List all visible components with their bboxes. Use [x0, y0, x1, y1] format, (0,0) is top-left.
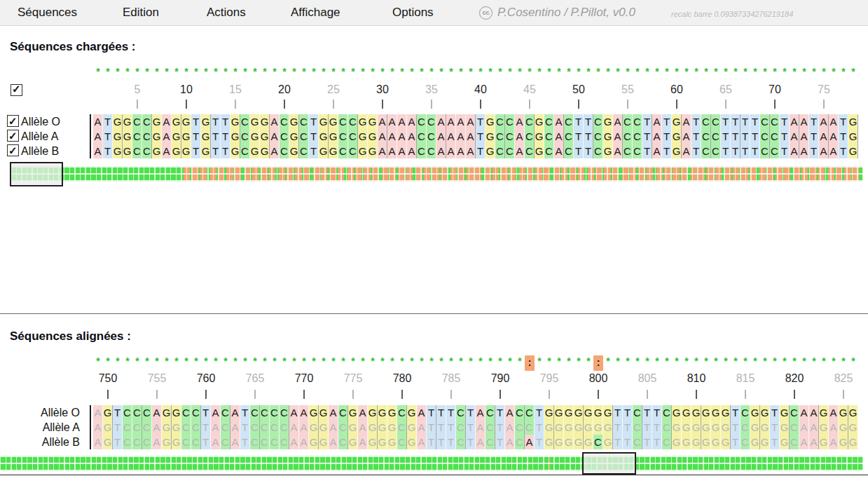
nucleotide-cell: T — [809, 129, 819, 144]
nucleotide-cell: C — [740, 405, 750, 420]
sequence-row: ATGGCCGAGGTGTTGCGGACGCTGGCCGGAAAACCAAAAT… — [93, 129, 858, 144]
nucleotide-cell: C — [760, 144, 770, 158]
nucleotide-cell: C — [397, 435, 407, 449]
nucleotide-cell: T — [240, 420, 250, 435]
nucleotide-cell: G — [181, 114, 191, 129]
identity-asterisk: * — [750, 355, 760, 371]
identity-asterisk: * — [652, 66, 662, 77]
nucleotide-cell: A — [505, 435, 515, 449]
identity-asterisk: * — [309, 355, 319, 371]
identity-asterisk: * — [721, 355, 731, 371]
identity-asterisk: * — [476, 66, 485, 77]
nucleotide-cell: A — [378, 114, 387, 129]
nucleotide-cell: G — [564, 420, 574, 435]
nucleotide-cell: G — [123, 129, 132, 144]
nucleotide-cell: C — [633, 435, 642, 449]
nucleotide-cell: G — [848, 405, 858, 420]
nucleotide-cell: C — [701, 144, 711, 158]
nucleotide-cell: G — [672, 114, 682, 129]
nucleotide-cell: C — [790, 405, 799, 420]
nucleotide-cell: G — [672, 435, 682, 449]
nucleotide-cell: A — [476, 420, 485, 435]
nucleotide-cell: T — [839, 114, 848, 129]
sequence-checkbox[interactable] — [7, 144, 19, 156]
ruler-number: 40 — [474, 83, 487, 96]
menu-edition[interactable]: Edition — [123, 0, 159, 25]
nucleotide-cell: T — [584, 129, 593, 144]
nucleotide-cell: G — [201, 114, 211, 129]
ruler-tick — [549, 390, 550, 399]
nucleotide-cell: C — [662, 420, 672, 435]
nucleotide-cell: T — [731, 405, 740, 420]
ruler-number: 810 — [687, 372, 706, 385]
nucleotide-cell: G — [319, 114, 329, 129]
nucleotide-cell: A — [387, 114, 397, 129]
nucleotide-cell: C — [623, 114, 633, 129]
nucleotide-cell: T — [750, 129, 760, 144]
ruler-number: 760 — [197, 372, 216, 385]
nucleotide-cell: G — [319, 129, 329, 144]
label-sequence-divider — [90, 114, 91, 158]
nucleotide-cell: T — [740, 144, 750, 158]
identity-asterisk: * — [574, 66, 584, 77]
nucleotide-cell: T — [731, 144, 740, 158]
nucleotide-cell: T — [466, 435, 476, 449]
overview-bar-loaded[interactable] — [11, 166, 863, 182]
nucleotide-cell: T — [113, 420, 123, 435]
nucleotide-cell: A — [329, 405, 338, 420]
nucleotide-cell: C — [505, 144, 515, 158]
nucleotide-cell: T — [691, 129, 701, 144]
nucleotide-cell: A — [476, 435, 485, 449]
nucleotide-cell: C — [662, 435, 672, 449]
nucleotide-cell: G — [819, 435, 829, 449]
nucleotide-cell: G — [368, 144, 378, 158]
identity-asterisk: * — [731, 355, 740, 371]
menu-sequences[interactable]: Séquences — [18, 0, 77, 25]
identity-asterisk: * — [427, 66, 436, 77]
master-checkbox[interactable] — [11, 84, 22, 96]
ruler-tick — [205, 390, 207, 399]
selection-box-loaded[interactable] — [10, 162, 63, 186]
nucleotide-cell: G — [574, 405, 584, 420]
sequence-checkbox[interactable] — [7, 115, 19, 127]
nucleotide-cell: C — [280, 114, 289, 129]
nucleotide-cell: T — [662, 144, 672, 158]
nucleotide-cell: T — [731, 114, 740, 129]
nucleotide-cell: T — [309, 114, 319, 129]
nucleotide-cell: G — [760, 435, 770, 449]
sequence-alignment-app: Séquences Edition Actions Affichage Opti… — [0, 0, 868, 483]
nucleotide-cell: T — [221, 144, 230, 158]
nucleotide-cell: A — [397, 114, 407, 129]
nucleotide-cell: T — [740, 114, 750, 129]
menu-affichage[interactable]: Affichage — [291, 0, 340, 25]
identity-asterisk: * — [495, 66, 505, 77]
menu-actions[interactable]: Actions — [207, 0, 246, 25]
nucleotide-cell: G — [407, 405, 417, 420]
nucleotide-cell: C — [260, 435, 270, 449]
identity-asterisk: * — [397, 355, 407, 371]
nucleotide-cell: C — [280, 435, 289, 449]
nucleotide-cell: T — [446, 435, 456, 449]
nucleotide-cell: A — [93, 144, 103, 158]
identity-asterisk: * — [839, 355, 848, 371]
menu-options[interactable]: Options — [392, 0, 434, 25]
nucleotide-cell: C — [250, 420, 260, 435]
sequence-checkbox[interactable] — [7, 130, 19, 142]
nucleotide-cell: T — [642, 405, 652, 420]
nucleotide-cell: A — [819, 114, 829, 129]
ruler-number: 5 — [135, 83, 141, 96]
overview-bar-aligned[interactable] — [0, 456, 863, 471]
nucleotide-cell: T — [809, 144, 819, 158]
ruler-number: 70 — [769, 83, 781, 96]
nucleotide-cell: A — [613, 129, 623, 144]
selection-box-aligned[interactable] — [582, 452, 636, 475]
nucleotide-cell: G — [603, 435, 613, 449]
nucleotide-cell: G — [780, 405, 790, 420]
identity-asterisk: * — [750, 66, 760, 77]
nucleotide-cell: G — [387, 405, 397, 420]
nucleotide-cell: G — [593, 405, 603, 420]
identity-asterisk: * — [515, 66, 525, 77]
nucleotide-cell: T — [740, 129, 750, 144]
nucleotide-cell: T — [721, 144, 731, 158]
identity-asterisk: * — [456, 355, 466, 371]
